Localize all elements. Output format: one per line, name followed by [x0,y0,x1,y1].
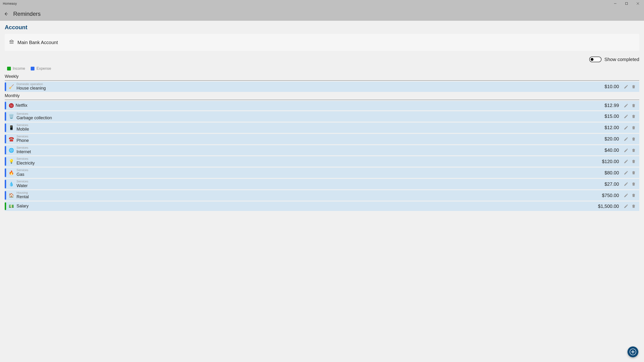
income-stripe [5,202,6,210]
reminder-texts: ServicesGarbage collection [16,112,52,121]
reminder-amount: $80.00 [604,170,619,176]
reminder-row[interactable]: ⓃNetflix$12.99 [5,101,639,110]
reminder-amount: $1,500.00 [598,204,619,209]
reminder-row[interactable]: 💵Salary$1,500.00 [5,201,639,211]
show-completed-label: Show completed [604,57,639,62]
page-title: Reminders [13,10,40,17]
reminder-row[interactable]: 🗑️ServicesGarbage collection$15.00 [5,111,639,122]
add-reminder-button[interactable] [628,347,638,357]
legend-expense: Expense [31,66,51,71]
reminder-icon: 💵 [8,204,15,209]
show-completed-toggle[interactable] [589,57,602,62]
reminder-name: Internet [16,150,31,155]
reminder-name: Mobile [16,127,29,132]
expense-stripe [5,112,6,121]
delete-icon[interactable] [630,182,638,186]
reminder-name: Netflix [16,103,28,108]
edit-icon[interactable] [622,114,630,119]
reminder-texts: ServicesElectricity [16,157,35,166]
reminder-row[interactable]: 📱ServicesMobile$12.00 [5,123,639,133]
reminder-category: Services [16,135,29,138]
delete-icon[interactable] [630,103,638,108]
delete-icon[interactable] [630,171,638,175]
reminder-amount: $12.00 [604,125,619,130]
reminder-texts: ServicesMobile [16,124,29,132]
reminder-name: Phone [16,138,29,143]
account-name: Main Bank Account [18,40,58,45]
edit-icon[interactable] [622,182,630,186]
titlebar: Homeasy [0,0,644,7]
delete-icon[interactable] [630,84,638,89]
delete-icon[interactable] [630,159,638,164]
expense-stripe [5,157,6,166]
income-color-swatch [7,67,11,70]
reminder-icon: 🧹 [8,84,15,89]
reminder-name: Electricity [16,161,35,166]
edit-icon[interactable] [622,148,630,153]
reminder-row[interactable]: 🏠HousingRental$750.00 [5,190,639,200]
reminder-name: Garbage collection [16,116,52,121]
edit-icon[interactable] [622,171,630,175]
reminder-row[interactable]: 🧹Domestic operationHouse cleaning$10.00 [5,82,639,92]
expense-stripe [5,191,6,200]
delete-icon[interactable] [630,193,638,198]
close-button[interactable] [632,0,644,7]
reminder-row[interactable]: 🔥ServicesGas$80.00 [5,168,639,178]
reminder-amount: $27.00 [604,181,619,187]
type-legend: Income Expense [7,66,639,71]
expense-stripe [5,102,6,109]
back-button[interactable] [4,11,8,16]
reminder-category: Services [16,180,28,183]
edit-icon[interactable] [622,84,630,89]
account-heading: Account [5,24,639,31]
delete-icon[interactable] [630,204,638,208]
expense-stripe [5,82,6,91]
expense-color-swatch [31,67,34,70]
reminder-amount: $15.00 [604,114,619,119]
reminder-amount: $40.00 [604,148,619,153]
edit-icon[interactable] [622,193,630,198]
expense-stripe [5,135,6,143]
expense-stripe [5,146,6,155]
reminder-texts: Domestic operationHouse cleaning [16,82,46,91]
content-area: Account Main Bank Account Show completed… [0,21,644,362]
reminder-amount: $10.00 [604,84,619,89]
page-header: Reminders [0,7,644,21]
reminder-row[interactable]: 💡ServicesElectricity$120.00 [5,156,639,167]
reminder-row[interactable]: ☎️ServicesPhone$20.00 [5,134,639,144]
account-card[interactable]: Main Bank Account [5,34,639,51]
legend-income: Income [7,66,25,71]
delete-icon[interactable] [630,114,638,119]
reminder-texts: ServicesPhone [16,135,29,143]
reminder-texts: Netflix [16,103,28,108]
edit-icon[interactable] [622,103,630,108]
window-controls [610,0,644,7]
reminder-amount: $750.00 [602,193,619,198]
reminder-icon: 💡 [8,159,15,164]
minimize-button[interactable] [610,0,621,7]
delete-icon[interactable] [630,148,638,153]
expense-stripe [5,169,6,177]
reminder-row[interactable]: 🌐ServicesInternet$40.00 [5,145,639,156]
bank-icon [9,39,14,46]
reminder-row[interactable]: 💧ServicesWater$27.00 [5,179,639,189]
app-title: Homeasy [3,2,17,5]
edit-icon[interactable] [622,204,630,208]
edit-icon[interactable] [622,137,630,141]
toggle-dot [591,58,594,61]
delete-icon[interactable] [630,137,638,141]
maximize-button[interactable] [621,0,632,7]
reminder-category: Services [16,124,29,127]
edit-icon[interactable] [622,159,630,164]
show-completed-row: Show completed [5,57,639,62]
reminder-category: Housing [16,191,29,194]
reminder-category: Services [16,112,52,116]
delete-icon[interactable] [630,125,638,130]
reminder-icon: 📱 [8,125,15,130]
reminder-texts: HousingRental [16,191,29,200]
reminder-amount: $12.99 [604,103,619,108]
reminder-icon: ☎️ [8,137,15,142]
edit-icon[interactable] [622,125,630,130]
reminder-name: House cleaning [16,86,46,91]
reminder-name: Rental [16,194,29,200]
